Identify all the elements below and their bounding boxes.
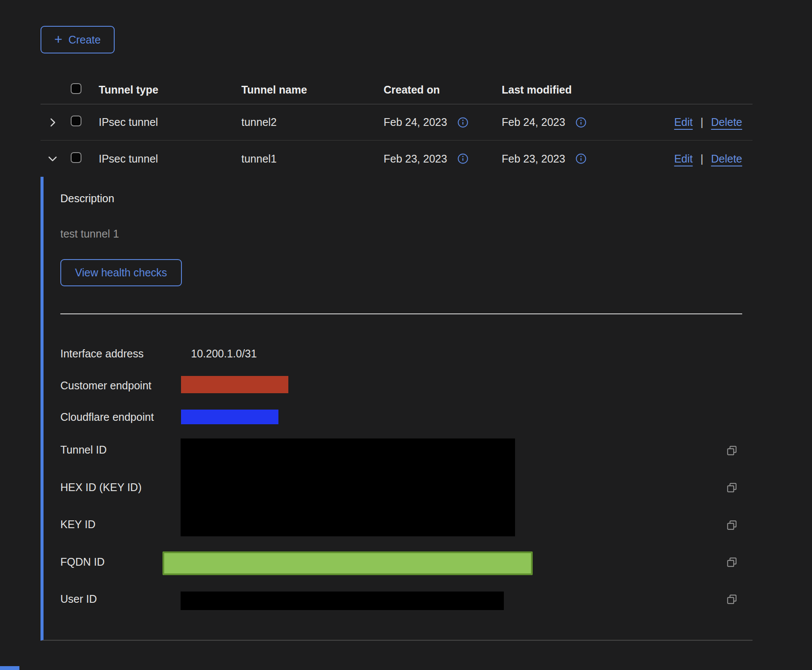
create-button[interactable]: + Create — [41, 26, 115, 53]
collapse-row-button[interactable] — [45, 151, 60, 166]
header-created-on: Created on — [384, 84, 502, 96]
table-row: IPsec tunnel tunnel1 Feb 23, 2023 Feb 23… — [41, 141, 753, 177]
created-on-value: Feb 24, 2023 — [384, 116, 447, 128]
edit-link[interactable]: Edit — [674, 153, 693, 165]
row-checkbox[interactable] — [71, 116, 81, 126]
fqdn-id-redacted-value — [162, 551, 533, 575]
tunnels-table: Tunnel type Tunnel name Created on Last … — [41, 75, 753, 177]
create-button-label: Create — [69, 34, 101, 46]
interface-address-label: Interface address — [60, 348, 144, 360]
last-modified-value: Feb 24, 2023 — [502, 116, 565, 128]
edit-link[interactable]: Edit — [674, 116, 693, 128]
copy-icon — [726, 445, 737, 456]
plus-icon: + — [54, 32, 62, 46]
copy-icon — [726, 520, 737, 531]
action-separator: | — [700, 153, 703, 165]
user-id-redacted-value — [181, 592, 504, 610]
cloudflare-endpoint-redacted-value — [181, 410, 278, 424]
customer-endpoint-redacted-value — [181, 376, 288, 393]
panel-divider — [60, 313, 742, 314]
info-icon[interactable] — [457, 153, 468, 164]
chevron-right-icon — [47, 116, 59, 128]
delete-link[interactable]: Delete — [711, 116, 742, 128]
header-last-modified: Last modified — [502, 84, 631, 96]
tunnel-type-value: IPsec tunnel — [99, 116, 241, 128]
delete-link[interactable]: Delete — [711, 153, 742, 165]
copy-hex-id-button[interactable] — [726, 482, 737, 493]
copy-icon — [726, 482, 737, 493]
tunnels-page: + Create Tunnel type Tunnel name Created… — [0, 0, 812, 670]
last-modified-value: Feb 23, 2023 — [502, 153, 565, 165]
hex-id-label: HEX ID (KEY ID) — [60, 481, 141, 494]
horizontal-scrollbar-thumb[interactable] — [0, 666, 19, 670]
description-label: Description — [60, 192, 114, 205]
tunnel-detail-panel: Description test tunnel 1 View health ch… — [41, 177, 753, 641]
chevron-down-icon — [47, 153, 59, 165]
copy-tunnel-id-button[interactable] — [726, 445, 737, 456]
table-row: IPsec tunnel tunnel2 Feb 24, 2023 Feb 24… — [41, 104, 753, 141]
created-on-value: Feb 23, 2023 — [384, 153, 447, 165]
fqdn-id-label: FQDN ID — [60, 556, 105, 568]
header-tunnel-type: Tunnel type — [99, 84, 241, 96]
user-id-label: User ID — [60, 593, 97, 605]
table-header-row: Tunnel type Tunnel name Created on Last … — [41, 75, 753, 104]
tunnel-name-value: tunnel1 — [241, 153, 384, 165]
view-health-checks-button[interactable]: View health checks — [60, 259, 182, 286]
copy-icon — [726, 594, 737, 605]
customer-endpoint-label: Customer endpoint — [60, 379, 151, 392]
description-value: test tunnel 1 — [60, 228, 119, 240]
info-icon[interactable] — [457, 117, 468, 128]
row-checkbox[interactable] — [71, 152, 81, 163]
select-all-checkbox[interactable] — [71, 83, 81, 94]
tunnel-name-value: tunnel2 — [241, 116, 384, 128]
interface-address-value: 10.200.1.0/31 — [191, 348, 257, 360]
tunnel-type-value: IPsec tunnel — [99, 153, 241, 165]
copy-icon — [726, 557, 737, 568]
copy-fqdn-id-button[interactable] — [726, 557, 737, 568]
cloudflare-endpoint-label: Cloudflare endpoint — [60, 411, 154, 423]
copy-user-id-button[interactable] — [726, 594, 737, 605]
info-icon[interactable] — [575, 117, 587, 128]
tunnel-id-label: Tunnel ID — [60, 444, 106, 456]
expand-row-button[interactable] — [45, 115, 60, 130]
copy-key-id-button[interactable] — [726, 520, 737, 531]
key-id-label: KEY ID — [60, 518, 96, 531]
info-icon[interactable] — [575, 153, 587, 164]
ids-redacted-value — [181, 438, 515, 536]
header-tunnel-name: Tunnel name — [241, 84, 384, 96]
action-separator: | — [700, 116, 703, 128]
